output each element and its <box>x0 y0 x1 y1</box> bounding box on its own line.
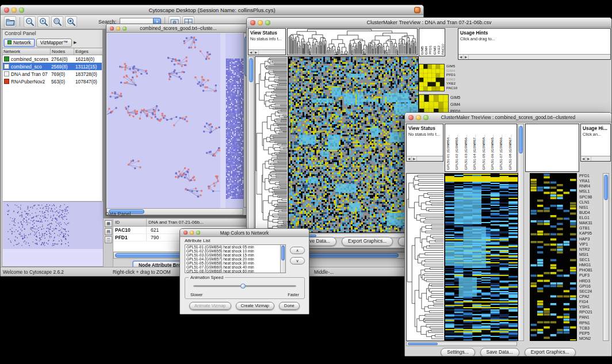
row-dendrogram-canvas[interactable] <box>255 57 288 232</box>
gene-label[interactable]: RPN1 <box>578 320 602 325</box>
gene-label[interactable]: CLN1 <box>578 200 602 205</box>
network-row[interactable]: combined_scores 2764(0) 16218(0) <box>3 55 102 63</box>
network-row[interactable]: combined_sco 2569(8) 13112(15) <box>3 63 102 70</box>
gene-label[interactable]: GIM3 <box>446 77 457 82</box>
gene-label[interactable]: NIS1 <box>578 205 602 210</box>
tab-network[interactable]: Network <box>3 39 35 47</box>
gene-label[interactable]: GPI16 <box>578 283 602 289</box>
gene-label[interactable]: NTR2 <box>578 247 602 252</box>
tab-vizmapper[interactable]: VizMapper™ <box>36 39 72 47</box>
attribute-item[interactable]: GPL51-03 (GSM856) heat shock 15 min <box>185 253 285 257</box>
column-label[interactable]: GPL51-01 (GSM854... <box>446 135 454 170</box>
row-dendrogram-canvas[interactable] <box>407 174 444 340</box>
scroll-left-icon[interactable]: ◀ <box>407 156 412 161</box>
column-label[interactable]: GPL51-08 (GSM867... <box>508 135 517 170</box>
scroll-right-icon[interactable]: ▶ <box>464 55 469 59</box>
gene-label[interactable]: PFD1 <box>446 72 457 77</box>
gene-label[interactable]: KAP95 <box>578 231 602 236</box>
grid-icon[interactable]: ▤ <box>105 228 112 235</box>
close-icon[interactable] <box>183 231 188 235</box>
close-icon[interactable] <box>4 7 9 13</box>
maximize-icon[interactable] <box>265 20 270 25</box>
gene-label[interactable]: PAN1 <box>578 315 602 320</box>
gene-label[interactable]: MAK31 <box>578 220 602 225</box>
maximize-icon[interactable] <box>196 231 200 235</box>
minimize-icon[interactable] <box>190 231 194 235</box>
gene-label[interactable]: GIM4 <box>446 68 457 73</box>
column-label[interactable]: GPL51-07 (GSM866... <box>499 135 507 170</box>
scroll-right-icon[interactable]: ▶ <box>586 156 591 161</box>
gene-label[interactable]: GIM5 <box>446 64 457 68</box>
export-graphics-button[interactable]: Export Graphics... <box>342 237 393 246</box>
settings-button[interactable]: Settings... <box>441 348 475 357</box>
mini-hscrollbar[interactable]: ◀▶ <box>581 156 610 161</box>
gene-label[interactable]: ELG1 <box>578 215 602 220</box>
zoom-out-icon[interactable] <box>24 16 36 28</box>
speed-slider[interactable] <box>193 285 296 287</box>
gene-label[interactable]: YKE2 <box>446 81 457 86</box>
gene-label[interactable]: MON2 <box>578 336 602 341</box>
gene-label[interactable]: CPA2 <box>578 294 602 299</box>
heatmap-hscrollbar[interactable] <box>406 342 517 346</box>
scroll-left-icon[interactable]: ◀ <box>458 55 464 59</box>
gene-label[interactable]: SEC1 <box>578 257 602 262</box>
column-label[interactable]: GPL51-05 (GSM858... <box>481 135 490 170</box>
gene-label[interactable]: TCB3 <box>578 325 602 331</box>
network-overview-canvas[interactable] <box>3 202 103 266</box>
gene-list-vscroll-thumb[interactable] <box>604 175 608 200</box>
gene-label[interactable]: RNR4 <box>578 183 602 189</box>
gene-label[interactable]: HMG1 <box>578 262 602 267</box>
save-data-button[interactable]: Save Data... <box>480 348 519 357</box>
network-view-titlebar[interactable]: combined_scores_good.txt--cluste... <box>106 24 250 33</box>
close-icon[interactable] <box>110 26 114 30</box>
dendrogram-vscroll-thumb[interactable] <box>249 58 253 82</box>
map-colors-titlebar[interactable]: Map Colors to Network <box>180 229 309 237</box>
minimize-icon[interactable] <box>416 115 421 120</box>
maximize-icon[interactable] <box>19 7 24 13</box>
heatmap-vscrollbar[interactable] <box>518 124 524 341</box>
gene-label[interactable]: SPC98 <box>578 194 602 200</box>
done-button[interactable]: Done <box>279 302 300 310</box>
column-label[interactable]: GPL51-03 (GSM856... <box>464 135 472 170</box>
network-overview[interactable] <box>3 201 102 266</box>
attribute-item[interactable]: GPL51-08 (GSM868) heat shock 60 min <box>185 269 285 273</box>
attribute-list-scrollbar[interactable] <box>280 245 285 273</box>
id-column-header[interactable]: ID <box>113 219 147 226</box>
gene-label[interactable]: BUD4 <box>578 210 602 215</box>
create-vizmap-button[interactable]: Create Vizmap <box>236 302 274 310</box>
attribute-item[interactable]: GPL51-01 (GSM854) heat shock 05 min <box>185 245 285 249</box>
gene-label[interactable]: GIM5 <box>450 94 463 101</box>
gene-label[interactable]: SEC24 <box>578 289 602 294</box>
gene-list-vscrollbar[interactable] <box>603 173 609 341</box>
gene-label[interactable]: MSL1 <box>578 189 602 194</box>
gene-label[interactable]: HRD3 <box>578 278 602 283</box>
cytoscape-titlebar[interactable]: Cytoscape Desktop (Session Name: collins… <box>1 5 423 15</box>
column-label[interactable]: YKE2 <box>437 45 441 55</box>
gene-label[interactable]: PHO81 <box>578 267 602 273</box>
gene-label[interactable]: HAP3 <box>578 236 602 242</box>
move-up-button[interactable]: ∧ <box>290 247 305 254</box>
gene-label[interactable]: PAC10 <box>446 86 457 90</box>
mini-hscrollbar[interactable]: ◀▶ <box>248 49 285 55</box>
scroll-left-icon[interactable]: ◀ <box>248 50 254 55</box>
heatmap-canvas[interactable] <box>445 174 518 340</box>
column-label[interactable]: GPL51-02 (GSM855... <box>454 135 463 170</box>
gene-label[interactable]: PUF3 <box>578 273 602 278</box>
attribute-item[interactable]: GPL51-02 (GSM855) heat shock 10 min <box>185 249 285 253</box>
gene-label[interactable]: YSH1 <box>578 304 602 309</box>
scroll-right-icon[interactable]: ▶ <box>412 156 417 161</box>
column-label[interactable]: GPL51-06 (GSM865... <box>490 135 499 170</box>
gene-label[interactable]: GIM4 <box>450 101 463 108</box>
tab-overflow-icon[interactable]: ▶ <box>74 40 76 45</box>
zoom-selected-icon[interactable] <box>51 16 63 28</box>
column-label[interactable]: GIM3 <box>433 46 437 55</box>
column-dendrogram-canvas[interactable] <box>288 29 417 55</box>
network-row[interactable]: DNA and Tran 07 769(0) 183728(0) <box>3 70 102 78</box>
heatmap-vscroll-thumb[interactable] <box>519 126 523 154</box>
secondary-heatmap-canvas[interactable] <box>530 174 576 340</box>
gene-label[interactable]: VIP1 <box>578 242 602 247</box>
column-label[interactable]: PFD1 <box>428 45 432 55</box>
mini-hscrollbar[interactable]: ◀▶ <box>458 54 610 59</box>
close-icon[interactable] <box>250 20 255 25</box>
maximize-icon[interactable] <box>123 26 127 30</box>
